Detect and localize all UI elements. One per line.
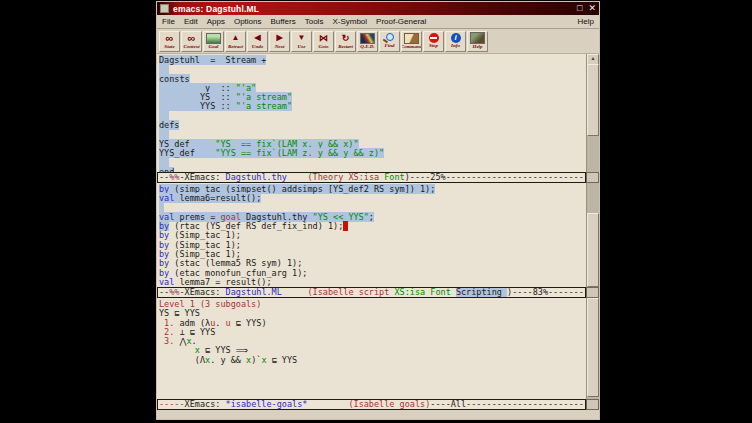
toolbar: StateContextGoalRetractUndoNextUseGotoRe… (157, 29, 599, 54)
text-line: YYS_def "YYS == fix`(LAM z. y && y && z)… (159, 149, 586, 158)
toolbar-button-label: Next (275, 44, 285, 50)
toolbar-button-label: Command (401, 44, 422, 50)
echo-area[interactable] (157, 410, 599, 419)
toolbar-button-restart[interactable]: Restart (335, 31, 356, 52)
toolbar-button-goal[interactable]: Goal (203, 31, 224, 52)
text-segment: *isabelle-goals* (226, 399, 308, 409)
toolbar-button-goto[interactable]: Goto (313, 31, 334, 52)
text-line: val lemma7 = result(); (159, 278, 586, 287)
text-cursor (343, 221, 348, 231)
maximize-icon[interactable]: □ (577, 4, 582, 13)
toolbar-button-label: Retract (228, 44, 243, 50)
text-line (159, 158, 586, 167)
text-segment: ; (369, 212, 374, 222)
help-picture-icon (470, 32, 485, 44)
text-segment: -- (159, 287, 169, 297)
menu-item-xsymbol[interactable]: X-Symbol (332, 17, 367, 26)
toolbar-button-stop[interactable]: Stop (423, 31, 444, 52)
text-segment: %% (169, 287, 179, 297)
scrollbar-thumb[interactable] (587, 213, 599, 287)
text-segment: "YYS == fix`(LAM z. y && y && z)" (215, 148, 384, 158)
text-segment: Dagstuhl = Stream + (159, 55, 266, 65)
scrollbar-thumb[interactable] (587, 298, 599, 397)
restart-icon (342, 33, 350, 44)
scrollbar-nub[interactable] (586, 172, 599, 183)
text-segment: )----83%--------------------------------… (507, 287, 586, 297)
text-segment: . (215, 318, 225, 328)
glasses-icon (166, 33, 174, 44)
text-segment: YYS :: (159, 101, 236, 111)
toolbar-button-info[interactable]: Info (445, 31, 466, 52)
text-line: val lemma6=result(); (159, 194, 586, 203)
text-segment: -XEmacs: (180, 172, 226, 182)
menu-item-edit[interactable]: Edit (184, 17, 198, 26)
toolbar-button-context[interactable]: Context (181, 31, 202, 52)
buffer-dagstuhl-thy[interactable]: Dagstuhl = Stream + consts y :: "'a" YS … (157, 54, 586, 172)
text-segment: XS:isa Font (394, 287, 450, 297)
right-triangle-icon (276, 33, 282, 44)
scrollbar-thy[interactable]: ▲ (586, 54, 599, 172)
toolbar-button-label: Stop (429, 43, 438, 49)
text-segment: val (159, 193, 174, 203)
text-line: (Λx. y && x)`x ⊑ YYS (159, 356, 586, 365)
menu-item-file[interactable]: File (162, 17, 175, 26)
window-menu-button[interactable] (160, 4, 169, 13)
toolbar-button-command[interactable]: Command (401, 31, 422, 52)
toolbar-button-state[interactable]: State (159, 31, 180, 52)
toolbar-button-next[interactable]: Next (269, 31, 290, 52)
text-segment: Scripting (456, 287, 507, 297)
text-segment: ----All---------------------------------… (430, 399, 586, 409)
down-triangle-icon (298, 33, 306, 44)
modeline-isabelle-goals: -----XEmacs: *isabelle-goals* (Isabelle … (157, 399, 586, 410)
toolbar-button-find[interactable]: Find (379, 31, 400, 52)
menu-item-options[interactable]: Options (234, 17, 262, 26)
toolbar-button-label: Use (298, 44, 306, 50)
text-line: YYS :: "'a stream" (159, 102, 586, 111)
scrollbar-thumb[interactable] (587, 64, 599, 136)
buffer-dagstuhl-ml[interactable]: by (simp_tac (simpset() addsimps [YS_def… (157, 183, 586, 287)
text-segment: Font (384, 172, 404, 182)
menu-item-proofgeneral[interactable]: Proof-General (376, 17, 426, 26)
text-segment: ----- (159, 399, 185, 409)
menu-item-tools[interactable]: Tools (305, 17, 324, 26)
toolbar-button-undo[interactable]: Undo (247, 31, 268, 52)
text-line (159, 65, 586, 74)
xemacs-window: emacs: Dagstuhl.ML □ ✕ FileEditAppsOptio… (156, 1, 600, 420)
text-line: --%%-XEmacs: Dagstuhl.ML (Isabelle scrip… (159, 288, 584, 297)
text-segment: )----25%--------------------------------… (405, 172, 586, 182)
text-segment (159, 129, 169, 139)
text-segment: (Isabelle goals) (348, 399, 430, 409)
modeline-dagstuhl-ml: --%%-XEmacs: Dagstuhl.ML (Isabelle scrip… (157, 287, 586, 298)
title-bar[interactable]: emacs: Dagstuhl.ML □ ✕ (157, 2, 599, 15)
text-segment: Dagstuhl.thy (226, 172, 287, 182)
text-segment (287, 172, 307, 182)
menu-bar: FileEditAppsOptionsBuffersToolsX-SymbolP… (157, 15, 599, 29)
toolbar-button-use[interactable]: Use (291, 31, 312, 52)
text-line: 1. adm (λu. u ⊑ YYS) (159, 319, 586, 328)
buffer-isabelle-goals[interactable]: Level 1 (3 subgoals)YS ⊑ YYS 1. adm (λu.… (157, 298, 586, 399)
info-icon (451, 33, 461, 43)
menu-item-buffers[interactable]: Buffers (271, 17, 296, 26)
scrollbar-nub[interactable] (586, 287, 599, 298)
scrollbar-ml[interactable] (586, 183, 599, 287)
scrollbar-nub[interactable] (586, 399, 599, 410)
toolbar-button-label: State (164, 44, 174, 50)
close-icon[interactable]: ✕ (588, 4, 596, 13)
toolbar-button-qed[interactable]: Q.E.D. (357, 31, 378, 52)
text-segment: XEmacs: (185, 399, 226, 409)
toolbar-button-retract[interactable]: Retract (225, 31, 246, 52)
text-line: --%%-XEmacs: Dagstuhl.thy (Theory XS:isa… (159, 173, 584, 182)
scrollbar-goals[interactable] (586, 298, 599, 399)
text-segment: (Isabelle script (307, 287, 394, 297)
text-segment: )` (251, 355, 261, 365)
text-segment: lemma6=result(); (174, 193, 261, 203)
text-line: Dagstuhl = Stream + (159, 56, 586, 65)
text-segment: %% (169, 172, 179, 182)
text-segment: -XEmacs: (180, 287, 226, 297)
toolbar-button-help[interactable]: Help (467, 31, 488, 52)
menu-item-apps[interactable]: Apps (207, 17, 225, 26)
text-line (159, 112, 586, 121)
menu-item-help[interactable]: Help (578, 17, 594, 26)
toolbar-button-label: Goal (209, 44, 219, 50)
text-segment (159, 64, 169, 74)
